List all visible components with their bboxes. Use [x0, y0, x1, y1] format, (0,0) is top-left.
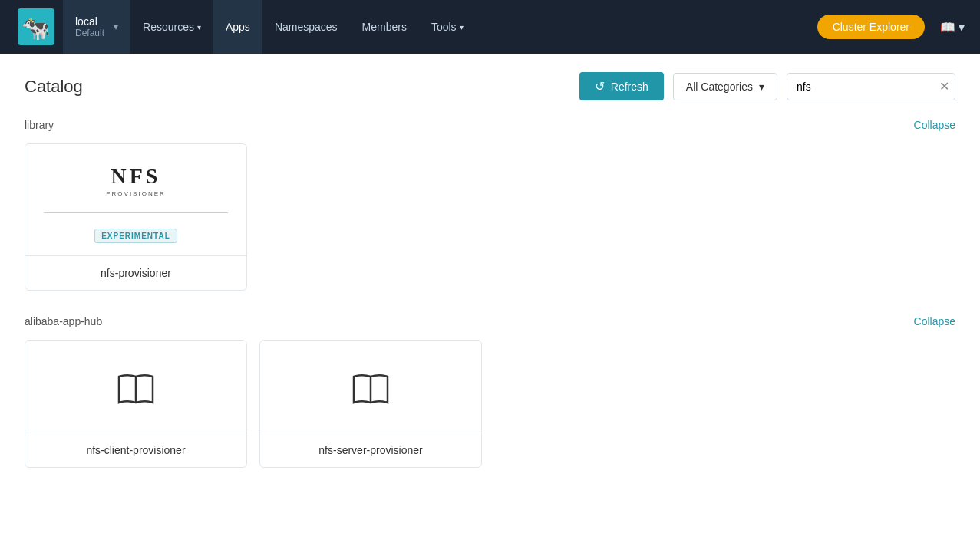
app-logo[interactable]: 🐄 — [9, 0, 63, 54]
svg-text:🐄: 🐄 — [21, 15, 51, 42]
cluster-selector[interactable]: local Default ▾ — [63, 0, 130, 54]
nav-item-resources[interactable]: Resources ▾ — [130, 0, 213, 54]
nfs-divider — [44, 212, 228, 213]
nfs-logo-block: NFS provisioner — [106, 166, 166, 197]
search-container: ✕ — [787, 73, 955, 100]
alibaba-section: alibaba-app-hub Collapse nfs-client-prov… — [25, 315, 955, 468]
nfs-server-provisioner-name: nfs-server-provisioner — [260, 433, 481, 467]
docs-chevron-icon: ▾ — [959, 20, 965, 35]
nfs-server-provisioner-card[interactable]: nfs-server-provisioner — [259, 340, 482, 468]
library-cards-grid: NFS provisioner EXPERIMENTAL nfs-provisi… — [25, 143, 955, 291]
refresh-button[interactable]: ↺ Refresh — [579, 72, 664, 100]
alibaba-section-header: alibaba-app-hub Collapse — [25, 315, 955, 327]
search-input[interactable] — [787, 73, 955, 100]
alibaba-section-title: alibaba-app-hub — [25, 315, 102, 327]
library-section-title: library — [25, 119, 54, 131]
docs-button[interactable]: 📖 ▾ — [934, 17, 971, 38]
tools-chevron-icon: ▾ — [460, 23, 464, 31]
cluster-explorer-button[interactable]: Cluster Explorer — [817, 15, 925, 39]
alibaba-collapse-button[interactable]: Collapse — [914, 315, 955, 327]
resources-chevron-icon: ▾ — [197, 23, 201, 31]
navbar-right: Cluster Explorer 📖 ▾ — [817, 15, 971, 39]
nav-item-namespaces[interactable]: Namespaces — [262, 0, 350, 54]
library-section: library Collapse NFS provisioner EXPERIM… — [25, 119, 955, 291]
nav-item-tools[interactable]: Tools ▾ — [419, 0, 476, 54]
alibaba-cards-grid: nfs-client-provisioner nfs-server-provis… — [25, 340, 955, 468]
page-title: Catalog — [25, 77, 83, 97]
cluster-info: local Default — [75, 15, 104, 38]
nfs-logo-text: NFS — [111, 166, 161, 187]
cluster-default: Default — [75, 28, 104, 38]
main-nav: Resources ▾ Apps Namespaces Members Tool… — [130, 0, 817, 54]
nfs-logo-subtitle: provisioner — [106, 190, 166, 197]
page-header: Catalog ↺ Refresh All Categories ▾ ✕ — [25, 72, 955, 100]
categories-chevron-icon: ▾ — [759, 81, 764, 93]
nav-item-apps[interactable]: Apps — [213, 0, 262, 54]
categories-button[interactable]: All Categories ▾ — [673, 73, 777, 100]
nfs-server-logo-area — [260, 341, 481, 433]
refresh-icon: ↺ — [595, 79, 605, 94]
cluster-chevron-icon: ▾ — [114, 21, 118, 32]
book-icon-large — [116, 372, 156, 411]
nfs-provisioner-card[interactable]: NFS provisioner EXPERIMENTAL nfs-provisi… — [25, 143, 247, 291]
navbar: 🐄 local Default ▾ Resources ▾ Apps Names… — [0, 0, 980, 54]
book-icon-large-2 — [351, 372, 391, 411]
nfs-provisioner-logo-area: NFS provisioner EXPERIMENTAL — [25, 144, 246, 255]
experimental-badge: EXPERIMENTAL — [94, 229, 177, 243]
nfs-client-logo-area — [25, 341, 246, 433]
library-section-header: library Collapse — [25, 119, 955, 131]
search-clear-icon[interactable]: ✕ — [939, 81, 949, 93]
cluster-name: local — [75, 15, 104, 28]
book-icon: 📖 — [940, 20, 955, 35]
page-actions: ↺ Refresh All Categories ▾ ✕ — [579, 72, 955, 100]
nfs-client-provisioner-card[interactable]: nfs-client-provisioner — [25, 340, 247, 468]
nfs-client-provisioner-name: nfs-client-provisioner — [25, 433, 246, 467]
nfs-provisioner-name: nfs-provisioner — [25, 256, 246, 290]
nav-item-members[interactable]: Members — [350, 0, 419, 54]
library-collapse-button[interactable]: Collapse — [914, 119, 955, 131]
main-content: Catalog ↺ Refresh All Categories ▾ ✕ lib… — [0, 54, 980, 511]
